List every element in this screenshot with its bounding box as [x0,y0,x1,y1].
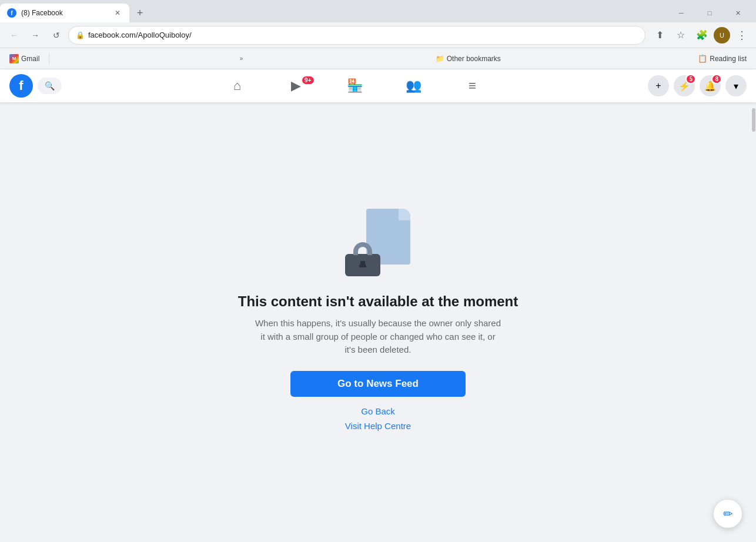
lock-group [345,242,380,276]
other-bookmarks-label: Other bookmarks [447,55,501,63]
bookmark-gmail[interactable]: M Gmail [5,52,44,66]
maximize-button[interactable]: □ [696,4,723,22]
chrome-menu-button[interactable]: ⋮ [732,26,751,45]
reading-list[interactable]: 📋 Reading list [693,52,751,65]
reading-list-icon: 📋 [698,54,707,63]
notifications-badge: 8 [711,74,722,84]
back-icon: ← [10,31,18,40]
new-tab-button[interactable]: + [132,5,148,21]
video-badge: 9+ [301,75,315,85]
lock-shackle [353,242,372,255]
fb-nav-right: + ⚡ 5 🔔 8 ▾ [648,75,747,96]
fb-nav-center: ⌂ ▶ 9+ 🏪 👥 ≡ [62,72,648,100]
go-back-link[interactable]: Go Back [361,406,395,416]
reload-icon: ↺ [53,31,60,40]
tab-area: f (8) Facebook ✕ + [0,4,663,22]
fb-notifications-button[interactable]: 🔔 8 [700,75,721,96]
fb-nav-marketplace[interactable]: 🏪 [326,72,384,100]
back-button[interactable]: ← [5,26,24,45]
plus-icon: + [655,81,661,91]
fb-nav-home[interactable]: ⌂ [208,72,267,100]
fb-create-button[interactable]: + [648,75,669,96]
fb-messenger-button[interactable]: ⚡ 5 [674,75,695,96]
scrollbar-thumb[interactable] [752,108,755,132]
window-controls: ─ □ ✕ [663,4,756,22]
share-icon: ⬆ [656,29,664,41]
error-description: When this happens, it's usually because … [255,317,501,357]
other-bookmarks[interactable]: 📁 Other bookmarks [431,52,506,65]
bookmark-star-button[interactable]: ☆ [671,26,690,45]
lock-icon: 🔒 [76,31,85,39]
extensions-button[interactable]: 🧩 [693,26,711,45]
extensions-icon: 🧩 [696,29,708,41]
tab-favicon: f [7,8,16,18]
video-icon: ▶ [291,78,301,93]
groups-icon: 👥 [406,78,422,93]
error-title: This content isn't available at the mome… [238,293,518,310]
chevron-down-icon: ▾ [734,81,738,92]
visit-help-centre-link[interactable]: Visit Help Centre [345,421,411,431]
star-icon: ☆ [677,29,685,41]
reload-button[interactable]: ↺ [47,26,66,45]
active-tab[interactable]: f (8) Facebook ✕ [0,4,129,22]
error-container: This content isn't available at the mome… [226,185,530,459]
floating-chat-button[interactable]: ✏ [714,500,742,528]
lock-illustration [343,209,413,279]
title-bar: f (8) Facebook ✕ + ─ □ ✕ [0,0,756,22]
url-bar[interactable]: 🔒 facebook.com/ApolloQuiboloy/ [68,26,645,45]
chrome-profile-avatar[interactable]: U [714,27,730,44]
menu-icon: ≡ [469,78,476,93]
page-content: This content isn't available at the mome… [0,102,756,542]
facebook-navbar: f 🔍 ⌂ ▶ 9+ 🏪 👥 ≡ + [0,69,756,102]
messenger-badge: 5 [685,74,696,84]
facebook-logo[interactable]: f [9,74,33,98]
facebook-search[interactable]: 🔍 [38,78,62,94]
keyhole-bottom [360,261,365,267]
url-text: facebook.com/ApolloQuiboloy/ [88,31,638,39]
tab-close-button[interactable]: ✕ [113,8,122,18]
home-icon: ⌂ [233,78,241,93]
folder-icon: 📁 [436,55,444,63]
fb-account-menu-button[interactable]: ▾ [725,75,747,96]
address-right-icons: ⬆ ☆ 🧩 U ⋮ [650,26,751,45]
tab-title: (8) Facebook [21,9,108,17]
minimize-button[interactable]: ─ [668,4,695,22]
search-icon: 🔍 [45,81,55,91]
go-to-news-feed-button[interactable]: Go to News Feed [290,371,466,397]
forward-icon: → [31,31,39,40]
marketplace-icon: 🏪 [347,78,363,93]
gmail-favicon: M [9,54,19,63]
scrollbar-track[interactable] [751,102,756,542]
bookmarks-overflow-icon[interactable]: » [240,55,243,62]
share-button[interactable]: ⬆ [650,26,669,45]
lock-box [345,254,380,276]
fb-nav-groups[interactable]: 👥 [384,72,443,100]
reading-list-label: Reading list [710,55,747,63]
close-button[interactable]: ✕ [724,4,751,22]
menu-dots-icon: ⋮ [737,29,748,42]
fb-logo-letter: f [19,78,23,93]
fb-nav-video[interactable]: ▶ 9+ [267,72,326,100]
bookmark-gmail-label: Gmail [21,55,39,63]
address-bar: ← → ↺ 🔒 facebook.com/ApolloQuiboloy/ ⬆ ☆… [0,22,756,48]
forward-button[interactable]: → [26,26,45,45]
bookmarks-bar: M Gmail » 📁 Other bookmarks 📋 Reading li… [0,48,756,69]
chat-edit-icon: ✏ [723,507,733,521]
fb-nav-menu[interactable]: ≡ [443,72,502,100]
bookmark-separator [49,53,49,65]
